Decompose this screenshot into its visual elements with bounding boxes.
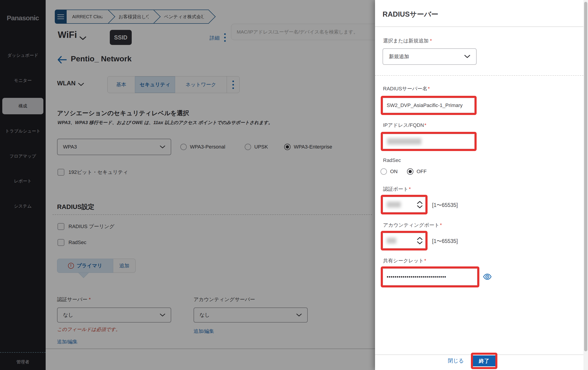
- tab-security[interactable]: セキュリティ: [135, 76, 175, 93]
- auth-add-edit-link[interactable]: 追加/編集: [57, 339, 78, 345]
- required-asterisk: *: [430, 38, 432, 44]
- sidebar-divider: [0, 352, 46, 353]
- tab-add-server[interactable]: 追加: [113, 259, 136, 273]
- association-note: WPA3、WPA3 移行モード、および OWE は、11ax 以上のアクセス ポ…: [58, 120, 273, 126]
- chevron-down-icon: [464, 55, 470, 58]
- show-password-button[interactable]: [483, 272, 492, 281]
- radio-radsec-off[interactable]: OFF: [407, 168, 427, 175]
- sidebar-item-floormap[interactable]: フロアマップ: [2, 148, 43, 164]
- radio-radsec-on[interactable]: ON: [380, 168, 398, 175]
- checkbox-192bit[interactable]: 192ビット・セキュリティ: [58, 169, 128, 176]
- auth-server-select[interactable]: なし: [57, 308, 171, 323]
- sidebar-item-admin[interactable]: 管理者: [0, 356, 46, 368]
- auth-server-label: 認証サーバー*: [57, 296, 91, 303]
- breadcrumb-item-company[interactable]: ペンティオ株式会社: [154, 10, 209, 24]
- sidebar-item-monitor[interactable]: モニター: [2, 72, 43, 89]
- redacted-value: [387, 238, 396, 244]
- chevron-down-icon: [296, 313, 302, 317]
- ssid-button[interactable]: SSID: [110, 30, 132, 45]
- sidebar-item-troubleshoot[interactable]: トラブルシュート: [2, 123, 43, 139]
- ip-fqdn-input[interactable]: [383, 134, 474, 149]
- back-arrow-icon[interactable]: [57, 56, 67, 65]
- annotation-box: [381, 96, 477, 115]
- acct-port-range: [1〜65535]: [432, 238, 458, 245]
- annotation-box: 終了: [471, 353, 497, 369]
- select-or-add-select[interactable]: 新規追加: [383, 48, 477, 65]
- shared-secret-label: 共有シークレット*: [383, 257, 426, 264]
- footer-divider: [46, 349, 375, 349]
- sidebar-item-system[interactable]: システム: [2, 198, 43, 215]
- annotation-box: [381, 267, 479, 288]
- breadcrumb-item-cloud[interactable]: AIRRECT Cloud: [67, 10, 108, 24]
- radio-wpa3-enterprise[interactable]: WPA3-Enterprise: [284, 144, 332, 150]
- chevron-down-icon[interactable]: [78, 82, 84, 87]
- search-box: [231, 24, 391, 40]
- annotation-box: [381, 195, 428, 215]
- search-input[interactable]: [231, 24, 390, 40]
- radius-server-tabs: ! プライマリ 追加: [57, 259, 136, 273]
- acct-server-select[interactable]: なし: [194, 308, 308, 323]
- scrollbar-track[interactable]: [583, 0, 588, 370]
- tab-network[interactable]: ネットワーク: [175, 76, 227, 93]
- sidebar-item-report[interactable]: レポート: [2, 173, 43, 189]
- radius-server-panel: RADIUSサーバー 選択または新規追加* 新規追加 RADIUSサーバー名* …: [375, 0, 588, 370]
- spinner-down-icon[interactable]: [417, 241, 422, 245]
- panasonic-logo: Panasonic: [0, 14, 46, 22]
- header-kebab-menu[interactable]: [224, 33, 226, 42]
- kebab-icon: [224, 33, 226, 35]
- auth-port-label: 認証ポート*: [383, 186, 411, 193]
- page-title: Pentio_ Network: [71, 54, 131, 63]
- acct-add-edit-link[interactable]: 追加/編集: [194, 328, 214, 334]
- required-asterisk: *: [424, 258, 426, 264]
- wlan-label[interactable]: WLAN: [57, 80, 75, 87]
- eye-icon: [483, 272, 492, 281]
- required-asterisk: *: [428, 86, 430, 92]
- scrollbar-thumb[interactable]: [584, 2, 587, 351]
- redacted-value: [387, 202, 401, 208]
- radio-wpa3-personal[interactable]: WPA3-Personal: [180, 144, 225, 150]
- acct-port-input[interactable]: [383, 233, 425, 248]
- breadcrumb-item-lending[interactable]: お客様貸出し中: [108, 10, 154, 24]
- redacted-value: [387, 138, 421, 145]
- panel-divider: [375, 26, 583, 27]
- radio-upsk[interactable]: UPSK: [245, 144, 268, 150]
- section-divider: [52, 215, 372, 215]
- sidebar-item-dashboard[interactable]: ダッシュボード: [2, 47, 43, 64]
- required-asterisk: *: [440, 222, 442, 228]
- ip-fqdn-label: IPアドレス/FQDN*: [383, 122, 426, 129]
- finish-button[interactable]: 終了: [473, 355, 495, 366]
- tab-kebab-menu[interactable]: [227, 76, 240, 93]
- panel-dashed-divider: [375, 75, 583, 76]
- close-button[interactable]: 閉じる: [448, 357, 464, 364]
- radio-icon: [245, 144, 251, 150]
- checkbox-radius-pooling[interactable]: RADIUS プーリング: [58, 223, 114, 230]
- tab-basic[interactable]: 基本: [107, 76, 135, 93]
- alert-icon: !: [68, 263, 74, 269]
- security-mode-select[interactable]: WPA3: [57, 139, 171, 155]
- sidebar-item-configuration[interactable]: 構成: [2, 98, 43, 114]
- hamburger-button[interactable]: [55, 10, 67, 24]
- checkbox-icon: [58, 239, 64, 246]
- radius-name-input[interactable]: [383, 103, 474, 108]
- radio-icon: [180, 144, 187, 150]
- app-root: Panasonic ダッシュボード モニター 構成 トラブルシュート フロアマッ…: [0, 0, 588, 370]
- required-asterisk: *: [89, 297, 91, 302]
- sidebar: Panasonic ダッシュボード モニター 構成 トラブルシュート フロアマッ…: [0, 0, 46, 370]
- auth-port-input[interactable]: [383, 197, 425, 212]
- hamburger-icon: [57, 14, 64, 15]
- chevron-down-icon: [160, 145, 165, 149]
- acct-server-label: アカウンティングサーバー: [194, 296, 255, 303]
- details-link[interactable]: 詳細: [210, 35, 220, 41]
- spinner-up-icon[interactable]: [417, 201, 422, 204]
- checkbox-radsec[interactable]: RadSec: [58, 239, 86, 246]
- spinner-down-icon[interactable]: [417, 205, 422, 208]
- radio-selected-icon: [284, 144, 291, 150]
- acct-port-label: アカウンティングポート*: [383, 222, 442, 229]
- radsec-label: RadSec: [383, 157, 401, 163]
- required-asterisk: *: [424, 122, 426, 128]
- shared-secret-input[interactable]: [383, 274, 477, 280]
- tab-primary[interactable]: ! プライマリ: [57, 259, 113, 273]
- wifi-section-label[interactable]: WiFi: [58, 30, 77, 40]
- spinner-up-icon[interactable]: [417, 237, 422, 240]
- chevron-down-icon[interactable]: [79, 36, 86, 41]
